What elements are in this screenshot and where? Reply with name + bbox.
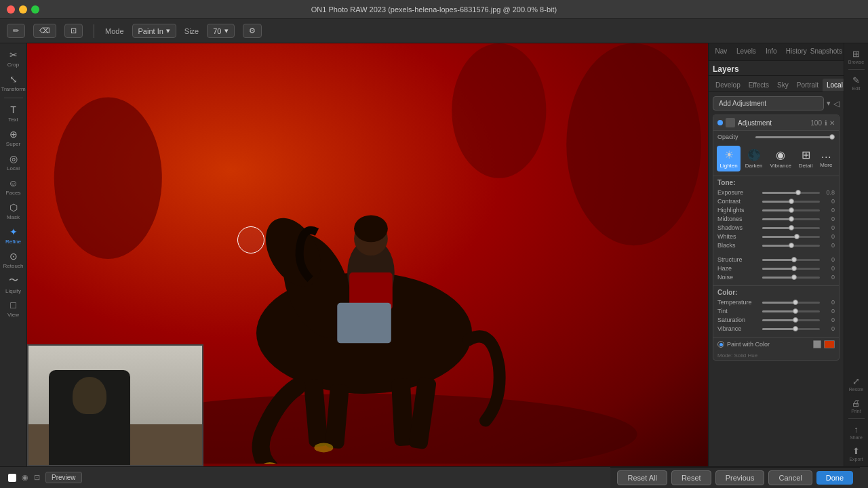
paint-swatch-gray[interactable] <box>813 340 821 348</box>
adjustment-close-btn[interactable]: ✕ <box>829 119 835 127</box>
shadows-slider[interactable] <box>762 227 820 229</box>
minimize-button[interactable] <box>19 5 27 14</box>
size-dropdown[interactable]: 70 ▾ <box>207 24 234 38</box>
reset-all-button[interactable]: Reset All <box>617 470 667 485</box>
paint-color-radio[interactable] <box>717 341 724 348</box>
layer-tab-local[interactable]: Local <box>823 79 844 92</box>
gear-icon: ⚙ <box>249 26 256 35</box>
add-adjustment-button[interactable]: Add Adjustment <box>713 96 824 110</box>
exposure-label: Exposure <box>717 189 760 196</box>
midtones-label: Midtones <box>717 216 760 222</box>
settings-btn[interactable]: ⚙ <box>243 24 262 38</box>
left-tool-mask[interactable]: ⬡ Mask <box>3 200 24 222</box>
export-btn[interactable]: ⬆ Export <box>846 443 867 464</box>
mode-label: Mode <box>105 27 124 35</box>
left-tool-view[interactable]: □ View <box>3 298 24 319</box>
erase-tool-btn[interactable]: ⌫ <box>33 24 56 38</box>
left-tool-retouch[interactable]: ⊙ Retouch <box>3 249 24 270</box>
canvas-area[interactable] <box>27 43 708 466</box>
done-button[interactable]: Done <box>816 471 853 485</box>
panel-collapse-btn[interactable]: ◁ <box>833 99 840 108</box>
filter-darken-btn[interactable]: 🌑 Darken <box>743 146 766 171</box>
vibrance-icon: ◉ <box>776 148 785 161</box>
share-btn[interactable]: ↑ Share <box>846 422 867 442</box>
adjustment-visibility-dot[interactable] <box>717 120 723 125</box>
left-tool-crop[interactable]: ✂ Crop <box>3 47 24 69</box>
left-tool-local[interactable]: ◎ Local <box>3 151 24 173</box>
tab-history[interactable]: History <box>784 43 809 60</box>
size-chevron-icon: ▾ <box>224 26 229 35</box>
vibrance-value: 0 <box>823 325 835 332</box>
local-icon: ◎ <box>9 153 18 164</box>
vibrance-slider[interactable] <box>762 328 820 330</box>
retouch-icon: ⊙ <box>9 251 18 262</box>
temperature-slider[interactable] <box>762 302 820 304</box>
edit-btn[interactable]: ✎ Edit <box>846 73 867 93</box>
tab-levels[interactable]: Levels <box>734 43 759 60</box>
blacks-slider[interactable] <box>762 245 820 247</box>
temperature-row: Temperature 0 <box>717 299 835 306</box>
layer-tab-portrait[interactable]: Portrait <box>793 79 823 92</box>
layer-tab-develop[interactable]: Develop <box>711 79 745 92</box>
filter-lighten-btn[interactable]: ☀ Lighten <box>717 146 740 171</box>
size-label: Size <box>184 27 199 35</box>
opacity-slider[interactable] <box>755 136 832 138</box>
highlights-slider[interactable] <box>762 209 820 211</box>
paint-with-color-row: Paint with Color <box>713 337 839 351</box>
previous-button[interactable]: Previous <box>715 470 765 485</box>
add-adjustment-chevron: ▾ <box>827 99 831 108</box>
midtones-slider[interactable] <box>762 218 820 220</box>
layer-tab-effects[interactable]: Effects <box>745 79 773 92</box>
preview-label: Preview <box>52 474 76 481</box>
view-mode-btn[interactable]: ◉ <box>22 473 28 482</box>
left-tool-liquify[interactable]: 〜 Liquify <box>3 273 24 295</box>
left-tool-text[interactable]: T Text <box>3 102 24 124</box>
preview-button[interactable]: Preview <box>45 472 82 483</box>
panel-content: Add Adjustment ▾ ◁ Adjustment 100 ℹ ✕ <box>709 92 844 466</box>
filter-detail-btn[interactable]: ⊞ Detail <box>796 146 815 171</box>
left-tool-super[interactable]: ⊕ Super <box>3 127 24 148</box>
exposure-slider[interactable] <box>762 192 820 194</box>
left-tool-faces[interactable]: ☺ Faces <box>3 176 24 197</box>
noise-label: Noise <box>717 274 760 281</box>
layer-tab-sky[interactable]: Sky <box>773 79 793 92</box>
brush-tool-btn[interactable]: ✏ <box>7 24 25 38</box>
print-btn[interactable]: 🖨 Print <box>846 395 867 415</box>
tab-info[interactable]: Info <box>759 43 784 60</box>
structure-slider[interactable] <box>762 259 820 261</box>
reset-button[interactable]: Reset <box>671 470 711 485</box>
brush-icon: ✏ <box>13 26 19 35</box>
maximize-button[interactable] <box>31 5 39 14</box>
done-label: Done <box>826 474 844 482</box>
tab-snapshots[interactable]: Snapshots <box>809 43 844 60</box>
browse-btn[interactable]: ⊞ Browse <box>846 46 867 66</box>
adjustment-info-btn[interactable]: ℹ <box>825 119 827 127</box>
haze-slider[interactable] <box>762 268 820 270</box>
whites-slider[interactable] <box>762 236 820 238</box>
adjustment-opacity-value: 100 <box>810 119 822 127</box>
exposure-value: 0.8 <box>823 189 835 196</box>
close-button[interactable] <box>7 5 15 14</box>
tab-nav[interactable]: Nav <box>709 43 734 60</box>
overlay-btn[interactable]: ⊡ <box>34 473 40 482</box>
super-icon: ⊕ <box>9 129 18 140</box>
noise-slider[interactable] <box>762 277 820 279</box>
transform-icon: ⤡ <box>9 74 18 85</box>
mode-dropdown[interactable]: Paint In ▾ <box>132 24 176 38</box>
contrast-slider[interactable] <box>762 201 820 203</box>
left-tool-refine[interactable]: ✦ Refine <box>3 224 24 246</box>
select-tool-btn[interactable]: ⊡ <box>64 24 83 38</box>
tint-slider[interactable] <box>762 310 820 312</box>
saturation-row: Saturation 0 <box>717 317 835 323</box>
right-icons-sep1 <box>848 69 865 70</box>
paint-swatch-red[interactable] <box>824 340 835 348</box>
webcam-overlay <box>27 344 203 466</box>
filter-vibrance-btn[interactable]: ◉ Vibrance <box>767 146 793 171</box>
left-tool-transform[interactable]: ⤡ Transform <box>3 72 24 94</box>
cancel-button[interactable]: Cancel <box>768 470 812 485</box>
tint-row: Tint 0 <box>717 308 835 314</box>
resize-btn[interactable]: ⤢ Resize <box>846 373 867 394</box>
title-bar: ON1 Photo RAW 2023 (pexels-helena-lopes-… <box>0 0 868 19</box>
saturation-slider[interactable] <box>762 319 820 321</box>
filter-more-btn[interactable]: … More <box>817 146 835 171</box>
